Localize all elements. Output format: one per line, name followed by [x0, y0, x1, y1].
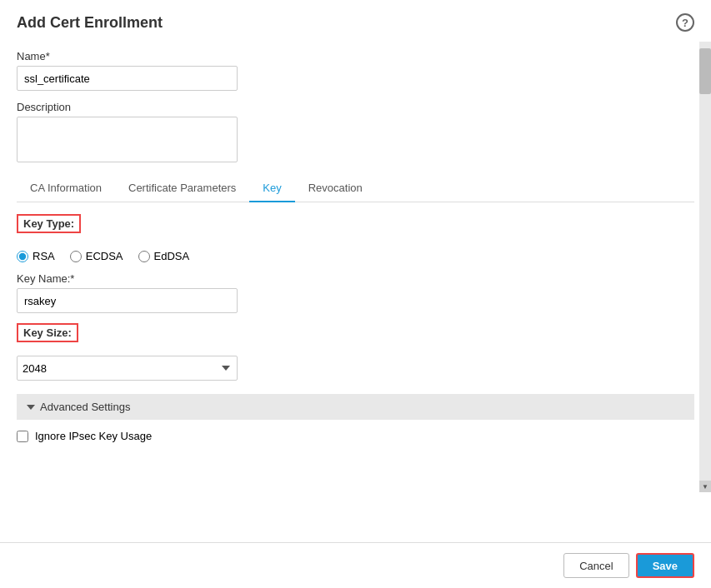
radio-ecdsa-input[interactable]: [70, 251, 82, 262]
radio-eddsa-input[interactable]: [138, 251, 150, 262]
radio-ecdsa[interactable]: ECDSA: [70, 250, 123, 262]
tab-certificate-parameters[interactable]: Certificate Parameters: [115, 175, 249, 202]
save-button[interactable]: Save: [636, 553, 694, 578]
tab-ca-information[interactable]: CA Information: [17, 175, 115, 202]
ignore-ipsec-row: Ignore IPsec Key Usage: [17, 420, 694, 442]
key-name-group: Key Name:*: [17, 272, 694, 313]
tab-key[interactable]: Key: [249, 175, 294, 202]
key-size-label: Key Size:: [23, 326, 72, 339]
name-label: Name*: [17, 50, 694, 62]
help-icon[interactable]: ?: [676, 13, 694, 32]
key-name-input[interactable]: [17, 288, 238, 313]
tabs-container: CA Information Certificate Parameters Ke…: [17, 175, 694, 202]
radio-rsa[interactable]: RSA: [17, 250, 55, 262]
scroll-track[interactable]: [699, 42, 711, 492]
radio-ecdsa-label: ECDSA: [86, 250, 123, 262]
dialog-body: Name* Description CA Information Certifi…: [0, 42, 711, 542]
key-name-label: Key Name:*: [17, 272, 694, 285]
cancel-button[interactable]: Cancel: [563, 553, 628, 578]
advanced-settings-section[interactable]: Advanced Settings: [17, 394, 694, 420]
description-label: Description: [17, 101, 694, 113]
ignore-ipsec-checkbox[interactable]: [17, 431, 28, 442]
radio-eddsa[interactable]: EdDSA: [138, 250, 190, 262]
add-cert-enrollment-dialog: Add Cert Enrollment ? Name* Description …: [0, 0, 711, 588]
radio-rsa-input[interactable]: [17, 251, 28, 262]
key-size-group: 1024 2048 4096: [17, 356, 694, 381]
dialog-title: Add Cert Enrollment: [17, 14, 163, 32]
dialog-footer: Cancel Save: [0, 542, 711, 588]
scroll-down-icon: ▼: [702, 483, 708, 491]
key-type-radio-group: RSA ECDSA EdDSA: [17, 250, 694, 262]
description-input[interactable]: [17, 117, 238, 162]
description-group: Description: [17, 101, 694, 165]
radio-eddsa-label: EdDSA: [154, 250, 190, 262]
dialog-header: Add Cert Enrollment ?: [0, 0, 711, 42]
name-group: Name*: [17, 50, 694, 91]
key-type-label: Key Type:: [23, 217, 74, 230]
scroll-thumb[interactable]: [699, 48, 711, 94]
tab-revocation[interactable]: Revocation: [295, 175, 376, 202]
ignore-ipsec-label: Ignore IPsec Key Usage: [35, 430, 152, 442]
radio-rsa-label: RSA: [33, 250, 55, 262]
key-size-box: Key Size:: [17, 323, 78, 342]
key-size-section: Key Size:: [17, 323, 694, 349]
name-input[interactable]: [17, 66, 238, 91]
triangle-down-icon: [27, 405, 35, 410]
key-type-box: Key Type:: [17, 214, 81, 233]
key-type-section: Key Type:: [17, 214, 694, 242]
scroll-down-arrow[interactable]: ▼: [699, 481, 711, 492]
key-size-select[interactable]: 1024 2048 4096: [17, 356, 238, 381]
advanced-settings-label: Advanced Settings: [40, 401, 130, 413]
